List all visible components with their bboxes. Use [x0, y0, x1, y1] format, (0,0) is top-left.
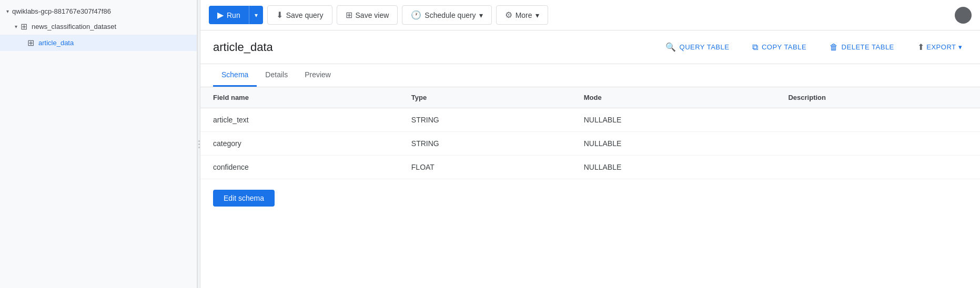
type-cell: FLOAT: [399, 156, 571, 179]
sidebar-project[interactable]: ▾ qwiklabs-gcp-881767e307f47f86: [0, 4, 197, 18]
copy-table-label: COPY TABLE: [762, 43, 806, 51]
run-button-main[interactable]: ▶ Run: [209, 6, 249, 24]
avatar[interactable]: [955, 7, 972, 24]
schedule-query-button[interactable]: 🕐 Schedule query ▾: [402, 5, 491, 25]
export-icon: ⬆: [917, 42, 925, 52]
table-row: category STRING NULLABLE: [200, 132, 980, 156]
copy-table-icon: ⧉: [752, 43, 759, 52]
run-label: Run: [227, 11, 240, 19]
schema-table: Field name Type Mode Description article…: [200, 87, 980, 179]
schema-header-row: Field name Type Mode Description: [200, 87, 980, 108]
run-button[interactable]: ▶ Run ▾: [209, 6, 263, 24]
more-arrow-icon: ▾: [536, 11, 539, 19]
tabs: Schema Details Preview: [200, 64, 980, 87]
field-name-cell: article_text: [200, 108, 399, 132]
run-dropdown-arrow[interactable]: ▾: [249, 7, 263, 23]
table-name-label: article_data: [38, 39, 74, 47]
description-cell: [775, 108, 980, 132]
copy-table-button[interactable]: ⧉ COPY TABLE: [747, 39, 812, 55]
project-name: qwiklabs-gcp-881767e307f47f86: [12, 7, 111, 15]
tab-preview[interactable]: Preview: [296, 64, 339, 87]
type-cell: STRING: [399, 108, 571, 132]
delete-table-icon: 🗑: [830, 43, 838, 52]
more-button[interactable]: ⚙ More ▾: [496, 5, 548, 25]
gear-icon: ⚙: [505, 10, 512, 20]
sidebar-dataset[interactable]: ▾ ⊞ news_classification_dataset: [0, 18, 197, 35]
col-header-type: Type: [399, 87, 571, 108]
delete-table-label: DELETE TABLE: [842, 43, 894, 51]
sidebar: ▾ qwiklabs-gcp-881767e307f47f86 ▾ ⊞ news…: [0, 0, 197, 288]
edit-schema-button[interactable]: Edit schema: [213, 190, 275, 207]
mode-cell: NULLABLE: [571, 108, 776, 132]
field-name-cell: category: [200, 132, 399, 156]
save-view-button[interactable]: ⊞ Save view: [337, 5, 398, 25]
more-label: More: [516, 11, 532, 19]
schedule-query-label: Schedule query: [425, 11, 476, 19]
query-table-button[interactable]: 🔍 QUERY TABLE: [660, 39, 734, 55]
tab-schema[interactable]: Schema: [213, 64, 257, 87]
mode-cell: NULLABLE: [571, 156, 776, 179]
play-icon: ▶: [217, 10, 224, 20]
query-table-icon: 🔍: [665, 42, 676, 52]
page-title: article_data: [213, 40, 273, 54]
toolbar: ▶ Run ▾ ⬇ Save query ⊞ Save view 🕐 Sched…: [200, 0, 980, 30]
export-label: EXPORT: [926, 43, 956, 51]
save-view-icon: ⊞: [346, 10, 352, 20]
field-name-cell: confidence: [200, 156, 399, 179]
save-query-icon: ⬇: [276, 10, 283, 20]
dataset-chevron-icon: ▾: [15, 24, 17, 29]
export-button[interactable]: ⬆ EXPORT ▾: [912, 39, 967, 55]
col-header-description: Description: [775, 87, 980, 108]
schedule-icon: 🕐: [411, 10, 421, 20]
schema-container: Field name Type Mode Description article…: [200, 87, 980, 288]
save-query-button[interactable]: ⬇ Save query: [267, 5, 332, 25]
col-header-mode: Mode: [571, 87, 776, 108]
dataset-table-icon: ⊞: [21, 22, 27, 32]
mode-cell: NULLABLE: [571, 132, 776, 156]
save-view-label: Save view: [356, 11, 389, 19]
query-table-label: QUERY TABLE: [680, 43, 730, 51]
dataset-name: news_classification_dataset: [32, 23, 116, 30]
table-grid-icon: ⊞: [27, 38, 34, 48]
sidebar-table-item[interactable]: ⊞ article_data: [0, 35, 197, 51]
description-cell: [775, 132, 980, 156]
delete-table-button[interactable]: 🗑 DELETE TABLE: [824, 39, 900, 55]
export-arrow-icon: ▾: [958, 43, 963, 51]
divider-dots: [198, 140, 200, 148]
col-header-field-name: Field name: [200, 87, 399, 108]
project-chevron-icon: ▾: [6, 8, 9, 14]
description-cell: [775, 156, 980, 179]
table-header: article_data 🔍 QUERY TABLE ⧉ COPY TABLE …: [200, 30, 980, 64]
type-cell: STRING: [399, 132, 571, 156]
table-row: article_text STRING NULLABLE: [200, 108, 980, 132]
schedule-arrow-icon: ▾: [479, 11, 483, 19]
tab-details[interactable]: Details: [257, 64, 296, 87]
table-row: confidence FLOAT NULLABLE: [200, 156, 980, 179]
save-query-label: Save query: [286, 11, 324, 19]
main-content: ▶ Run ▾ ⬇ Save query ⊞ Save view 🕐 Sched…: [200, 0, 980, 288]
